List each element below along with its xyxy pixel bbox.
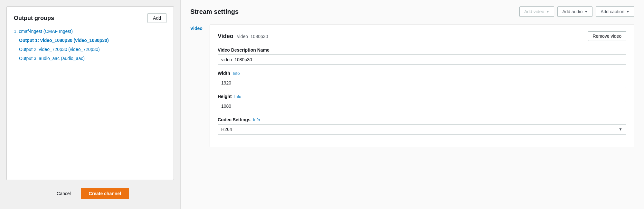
output-groups-header: Output groups Add — [14, 13, 166, 23]
add-audio-caret-icon: ▼ — [584, 10, 588, 14]
left-panel: Output groups Add 1. cmaf-ingest (CMAF I… — [0, 0, 180, 209]
video-description-label: Video Description Name — [218, 47, 626, 53]
video-content-header: Video video_1080p30 Remove video — [218, 31, 626, 41]
codec-select[interactable]: H264 H265 MPEG2 — [218, 124, 626, 134]
remove-video-button[interactable]: Remove video — [588, 31, 627, 41]
codec-label: Codec Settings Info — [218, 117, 626, 122]
output-groups-title: Output groups — [14, 15, 54, 22]
output-link-2[interactable]: Output 2: video_720p30 (video_720p30) — [19, 47, 166, 52]
video-title: Video — [218, 33, 233, 39]
cancel-button[interactable]: Cancel — [52, 188, 76, 199]
stream-settings-title: Stream settings — [190, 8, 239, 15]
form-group-video-description: Video Description Name — [218, 47, 626, 65]
footer-buttons: Cancel Create channel — [6, 188, 174, 203]
video-subtitle: video_1080p30 — [237, 34, 268, 39]
form-group-codec: Codec Settings Info H264 H265 MPEG2 ▼ — [218, 117, 626, 134]
add-caption-label: Add caption — [601, 9, 624, 14]
height-label: Height Info — [218, 94, 626, 99]
height-input[interactable] — [218, 101, 626, 111]
output-link-3[interactable]: Output 3: audio_aac (audio_aac) — [19, 56, 166, 61]
form-group-width: Width Info — [218, 71, 626, 88]
output-groups-card: Output groups Add 1. cmaf-ingest (CMAF I… — [6, 6, 174, 180]
width-input[interactable] — [218, 78, 626, 88]
video-sidebar: Video — [190, 25, 210, 147]
header-buttons: Add video ▼ Add audio ▼ Add caption ▼ — [519, 6, 634, 17]
codec-select-wrapper: H264 H265 MPEG2 ▼ — [218, 124, 626, 134]
width-info-link[interactable]: Info — [233, 71, 240, 76]
add-audio-label: Add audio — [562, 9, 582, 14]
add-caption-caret-icon: ▼ — [626, 10, 630, 14]
add-video-button[interactable]: Add video ▼ — [519, 6, 554, 17]
video-section: Video Video video_1080p30 Remove video V… — [190, 25, 634, 147]
width-label: Width Info — [218, 71, 626, 76]
right-panel: Stream settings Add video ▼ Add audio ▼ … — [180, 0, 644, 209]
height-info-link[interactable]: Info — [234, 94, 242, 99]
create-channel-button[interactable]: Create channel — [81, 188, 129, 199]
form-group-height: Height Info — [218, 94, 626, 111]
add-caption-button[interactable]: Add caption ▼ — [596, 6, 634, 17]
video-sidebar-label: Video — [190, 26, 203, 31]
add-audio-button[interactable]: Add audio ▼ — [557, 6, 592, 17]
add-video-label: Add video — [524, 9, 544, 14]
group-link-cmaf-ingest[interactable]: 1. cmaf-ingest (CMAF Ingest) — [14, 29, 166, 34]
codec-info-link[interactable]: Info — [253, 117, 260, 122]
output-link-1[interactable]: Output 1: video_1080p30 (video_1080p30) — [19, 38, 166, 43]
add-video-caret-icon: ▼ — [546, 10, 549, 14]
video-content: Video video_1080p30 Remove video Video D… — [210, 25, 634, 147]
add-output-group-button[interactable]: Add — [147, 13, 166, 23]
output-links: Output 1: video_1080p30 (video_1080p30) … — [19, 38, 166, 61]
video-title-group: Video video_1080p30 — [218, 33, 268, 40]
video-description-input[interactable] — [218, 55, 626, 65]
stream-settings-header: Stream settings Add video ▼ Add audio ▼ … — [190, 6, 634, 17]
